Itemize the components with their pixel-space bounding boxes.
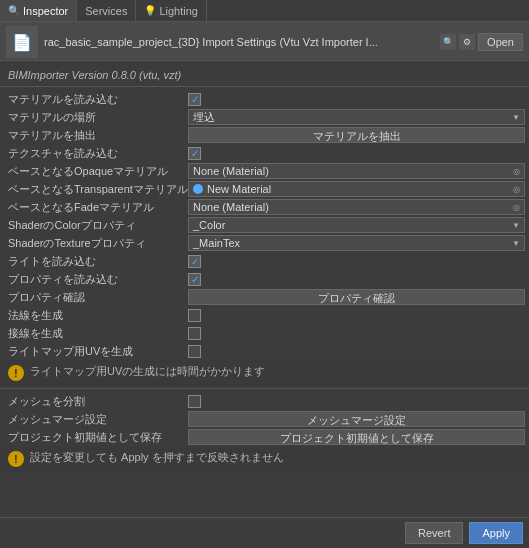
- dropdown-shader-texture[interactable]: _MainTex ▼: [188, 235, 525, 251]
- dropdown-opaque-text: None (Material): [193, 165, 269, 177]
- value-project-save: プロジェクト初期値として保存: [188, 429, 525, 445]
- value-texture-load: [188, 147, 525, 160]
- dropdown-arrow-4: ◎: [513, 203, 520, 212]
- divider-1: [0, 86, 529, 87]
- label-light-load: ライトを読み込む: [8, 254, 188, 269]
- value-mesh-split: [188, 395, 525, 408]
- dropdown-shader-texture-text: _MainTex: [193, 237, 240, 249]
- label-normal-gen: 法線を生成: [8, 308, 188, 323]
- btn-mesh-merge[interactable]: メッシュマージ設定: [188, 411, 525, 427]
- header-title: rac_basic_sample_project_{3D} Import Set…: [44, 36, 434, 48]
- row-transparent-material: ベースとなるTransparentマテリアル New Material ◎: [0, 180, 529, 198]
- row-shader-color: ShaderのColorプロパティ _Color ▼: [0, 216, 529, 234]
- row-project-save: プロジェクト初期値として保存 プロジェクト初期値として保存: [0, 428, 529, 446]
- value-prop-load: [188, 273, 525, 286]
- checkbox-texture-load[interactable]: [188, 147, 201, 160]
- warning-apply: ! 設定を変更しても Apply を押すまで反映されません: [0, 446, 529, 471]
- label-shader-texture: ShaderのTextureプロパティ: [8, 236, 188, 251]
- row-lightmap-uv: ライトマップ用UVを生成: [0, 342, 529, 360]
- btn-material-extract[interactable]: マテリアルを抽出: [188, 127, 525, 143]
- warning-icon-2: !: [8, 451, 24, 467]
- checkbox-mesh-split[interactable]: [188, 395, 201, 408]
- value-material-extract: マテリアルを抽出: [188, 127, 525, 143]
- tab-services-label: Services: [85, 5, 127, 17]
- value-fade-material: None (Material) ◎: [188, 199, 525, 215]
- dropdown-shader-color-text: _Color: [193, 219, 225, 231]
- value-lightmap-uv: [188, 345, 525, 358]
- divider-2: [0, 388, 529, 389]
- label-lightmap-uv: ライトマップ用UVを生成: [8, 344, 188, 359]
- label-material-location: マテリアルの場所: [8, 110, 188, 125]
- row-prop-load: プロパティを読み込む: [0, 270, 529, 288]
- dropdown-fade-material[interactable]: None (Material) ◎: [188, 199, 525, 215]
- tab-services[interactable]: Services: [77, 0, 136, 21]
- checkbox-material-load[interactable]: [188, 93, 201, 106]
- label-texture-load: テクスチャを読み込む: [8, 146, 188, 161]
- search-header-btn[interactable]: 🔍: [440, 34, 456, 50]
- header: 📄 rac_basic_sample_project_{3D} Import S…: [0, 22, 529, 63]
- btn-project-save[interactable]: プロジェクト初期値として保存: [188, 429, 525, 445]
- dropdown-arrow-5: ▼: [512, 221, 520, 230]
- row-shader-texture: ShaderのTextureプロパティ _MainTex ▼: [0, 234, 529, 252]
- label-project-save: プロジェクト初期値として保存: [8, 430, 188, 445]
- value-shader-texture: _MainTex ▼: [188, 235, 525, 251]
- label-shader-color: ShaderのColorプロパティ: [8, 218, 188, 233]
- dropdown-arrow-1: ▼: [512, 113, 520, 122]
- value-transparent-material: New Material ◎: [188, 181, 525, 197]
- tab-lighting-label: Lighting: [159, 5, 198, 17]
- version-label: BIMImporter Version 0.8.0 (vtu, vzt): [0, 67, 529, 83]
- dropdown-material-location[interactable]: 埋込 ▼: [188, 109, 525, 125]
- checkbox-normal-gen[interactable]: [188, 309, 201, 322]
- value-material-location: 埋込 ▼: [188, 109, 525, 125]
- row-prop-check: プロパティ確認 プロパティ確認: [0, 288, 529, 306]
- row-normal-gen: 法線を生成: [0, 306, 529, 324]
- label-fade-material: ベースとなるFadeマテリアル: [8, 200, 188, 215]
- label-mesh-merge: メッシュマージ設定: [8, 412, 188, 427]
- dropdown-transparent-inner: New Material: [193, 183, 513, 195]
- btn-prop-check[interactable]: プロパティ確認: [188, 289, 525, 305]
- row-light-load: ライトを読み込む: [0, 252, 529, 270]
- dropdown-arrow-2: ◎: [513, 167, 520, 176]
- revert-button[interactable]: Revert: [405, 522, 463, 544]
- apply-button[interactable]: Apply: [469, 522, 523, 544]
- value-prop-check: プロパティ確認: [188, 289, 525, 305]
- label-material-load: マテリアルを読み込む: [8, 92, 188, 107]
- content-area: BIMImporter Version 0.8.0 (vtu, vzt) マテリ…: [0, 63, 529, 517]
- value-material-load: [188, 93, 525, 106]
- label-opaque-material: ベースとなるOpaqueマテリアル: [8, 164, 188, 179]
- tab-lighting[interactable]: 💡 Lighting: [136, 0, 207, 21]
- open-button[interactable]: Open: [478, 33, 523, 51]
- value-normal-gen: [188, 309, 525, 322]
- label-transparent-material: ベースとなるTransparentマテリアル: [8, 182, 188, 197]
- value-opaque-material: None (Material) ◎: [188, 163, 525, 179]
- label-material-extract: マテリアルを抽出: [8, 128, 188, 143]
- file-icon: 📄: [6, 26, 38, 58]
- value-tangent-gen: [188, 327, 525, 340]
- warning-text-1: ライトマップ用UVの生成には時間がかかります: [30, 364, 521, 379]
- dropdown-transparent-material[interactable]: New Material ◎: [188, 181, 525, 197]
- row-fade-material: ベースとなるFadeマテリアル None (Material) ◎: [0, 198, 529, 216]
- row-mesh-merge: メッシュマージ設定 メッシュマージ設定: [0, 410, 529, 428]
- checkbox-lightmap-uv[interactable]: [188, 345, 201, 358]
- checkbox-tangent-gen[interactable]: [188, 327, 201, 340]
- tab-inspector[interactable]: 🔍 Inspector: [0, 0, 77, 21]
- settings-header-btn[interactable]: ⚙: [459, 34, 475, 50]
- warning-text-2: 設定を変更しても Apply を押すまで反映されません: [30, 450, 521, 465]
- row-material-extract: マテリアルを抽出 マテリアルを抽出: [0, 126, 529, 144]
- dropdown-transparent-text: New Material: [207, 183, 271, 195]
- tab-bar: 🔍 Inspector Services 💡 Lighting: [0, 0, 529, 22]
- label-mesh-split: メッシュを分割: [8, 394, 188, 409]
- label-tangent-gen: 接線を生成: [8, 326, 188, 341]
- row-material-load: マテリアルを読み込む: [0, 90, 529, 108]
- label-prop-load: プロパティを読み込む: [8, 272, 188, 287]
- row-texture-load: テクスチャを読み込む: [0, 144, 529, 162]
- checkbox-prop-load[interactable]: [188, 273, 201, 286]
- dropdown-opaque-material[interactable]: None (Material) ◎: [188, 163, 525, 179]
- header-actions: 🔍 ⚙ Open: [440, 33, 523, 51]
- lighting-icon: 💡: [144, 5, 156, 16]
- value-mesh-merge: メッシュマージ設定: [188, 411, 525, 427]
- value-light-load: [188, 255, 525, 268]
- dropdown-shader-color[interactable]: _Color ▼: [188, 217, 525, 233]
- row-mesh-split: メッシュを分割: [0, 392, 529, 410]
- checkbox-light-load[interactable]: [188, 255, 201, 268]
